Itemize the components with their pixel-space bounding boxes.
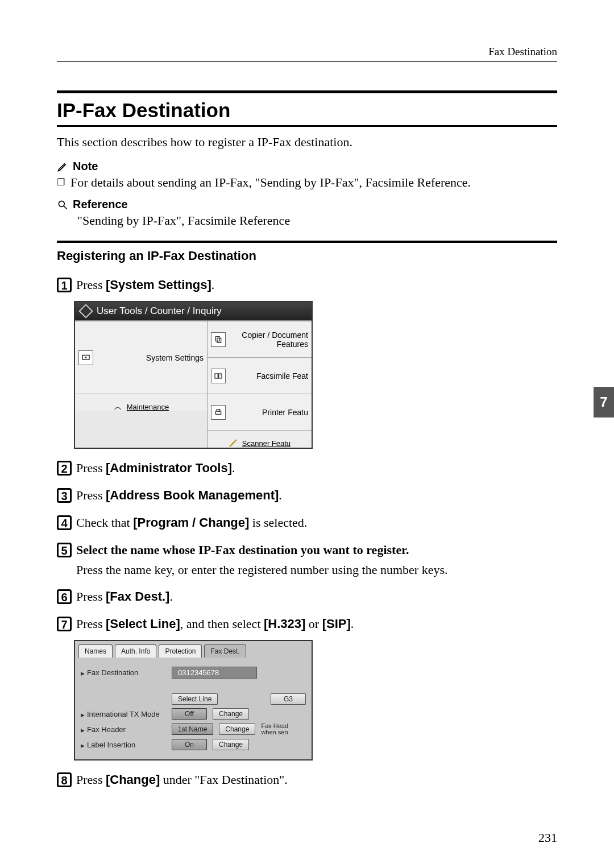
- svg-rect-7: [219, 374, 222, 378]
- fax-header-side-text: Fax Head when sen: [261, 723, 293, 735]
- step-5-line: Select the name whose IP-Fax destination…: [76, 543, 409, 557]
- printer-features-button[interactable]: Printer Featu: [208, 394, 312, 431]
- diamond-icon: [78, 304, 93, 318]
- step-8-post: under "Fax Destination".: [160, 772, 287, 787]
- maintenance-label: Maintenance: [127, 403, 169, 411]
- step-1-pre: Press: [76, 278, 106, 292]
- tab-auth-info[interactable]: Auth. Info: [115, 644, 156, 658]
- maintenance-button[interactable]: Maintenance: [75, 394, 207, 411]
- g3-button[interactable]: G3: [271, 693, 306, 705]
- tab-names[interactable]: Names: [78, 644, 113, 658]
- screenshot1-titlebar: User Tools / Counter / Inquiry: [75, 302, 312, 320]
- step-number-icon: 3: [57, 488, 72, 503]
- printer-label: Printer Featu: [231, 408, 308, 417]
- system-settings-button[interactable]: System Settings: [75, 321, 207, 394]
- step-7-b2: [H.323]: [264, 617, 305, 631]
- svg-rect-6: [215, 374, 218, 378]
- svg-rect-5: [217, 338, 221, 342]
- svg-rect-9: [215, 411, 221, 414]
- step-number-icon: 6: [57, 589, 72, 604]
- svg-point-3: [85, 356, 87, 358]
- chapter-tab: 7: [594, 387, 614, 418]
- step-8-pre: Press: [76, 772, 106, 787]
- facsimile-features-button[interactable]: Facsimile Feat: [208, 358, 312, 394]
- svg-point-8: [220, 375, 221, 375]
- copier-icon: [211, 332, 226, 347]
- system-settings-icon: [78, 350, 93, 365]
- step-7-pre: Press: [76, 617, 106, 631]
- copier-features-button[interactable]: Copier / Document Features: [208, 321, 312, 358]
- page-title: IP-Fax Destination: [57, 99, 557, 122]
- step-1-bold: [System Settings]: [106, 278, 211, 292]
- bullet-icon: ❐: [57, 175, 65, 190]
- step-8-bold: [Change]: [106, 772, 160, 787]
- printer-icon: [211, 405, 226, 420]
- step-2-bold: [Administrator Tools]: [106, 461, 232, 475]
- step-number-icon: 2: [57, 461, 72, 476]
- reference-text: "Sending by IP-Fax", Facsimile Reference: [77, 213, 557, 228]
- copier-label: Copier / Document Features: [231, 330, 308, 349]
- intl-tx-mode-label: International TX Mode: [81, 710, 166, 718]
- fax-header-change-button[interactable]: Change: [219, 724, 255, 735]
- step-7-b1: [Select Line]: [106, 617, 180, 631]
- svg-rect-10: [217, 409, 219, 411]
- step-7-post: .: [351, 617, 354, 631]
- rule-under-title: [57, 125, 557, 127]
- svg-line-1: [64, 206, 67, 209]
- step-4-post: is selected.: [249, 515, 307, 530]
- step-6-post: .: [169, 589, 173, 604]
- step-4-pre: Check that: [76, 515, 133, 530]
- fax-icon: [211, 369, 226, 383]
- pencil-icon: [57, 161, 68, 172]
- svg-point-0: [59, 201, 64, 206]
- note-label: Note: [73, 160, 98, 173]
- step-4-bold: [Program / Change]: [133, 515, 249, 530]
- step-7: 7 Press [Select Line], and then select […: [57, 616, 557, 632]
- rule-subheading: [57, 241, 557, 243]
- step-7-mid2: or: [305, 617, 322, 631]
- step-6-bold: [Fax Dest.]: [106, 589, 169, 604]
- step-number-icon: 5: [57, 543, 72, 557]
- fax-header-label: Fax Header: [81, 725, 166, 734]
- fax-destination-label: Fax Destination: [81, 668, 166, 677]
- step-number-icon: 4: [57, 515, 72, 530]
- tab-protection[interactable]: Protection: [159, 644, 202, 658]
- step-6: 6 Press [Fax Dest.].: [57, 589, 557, 605]
- screenshot1-title-text: User Tools / Counter / Inquiry: [97, 305, 222, 317]
- maintenance-icon: [113, 402, 122, 411]
- step-number-icon: 7: [57, 617, 72, 631]
- label-insertion-change-button[interactable]: Change: [213, 739, 249, 750]
- step-8: 8 Press [Change] under "Fax Destination"…: [57, 772, 557, 788]
- intl-change-button[interactable]: Change: [213, 708, 249, 720]
- step-4: 4 Check that [Program / Change] is selec…: [57, 515, 557, 531]
- step-5-subtext: Press the name key, or enter the registe…: [76, 563, 557, 577]
- running-header: Fax Destination: [57, 46, 557, 61]
- magnifier-icon: [57, 199, 68, 210]
- step-7-b3: [SIP]: [322, 617, 351, 631]
- step-3-pre: Press: [76, 488, 106, 502]
- step-1: 1 Press [System Settings].: [57, 277, 557, 293]
- intl-off-button[interactable]: Off: [172, 708, 207, 720]
- step-number-icon: 8: [57, 772, 72, 787]
- step-3: 3 Press [Address Book Management].: [57, 487, 557, 503]
- system-settings-label: System Settings: [99, 353, 204, 362]
- step-7-mid: , and then select: [180, 617, 264, 631]
- scanner-label: Scanner Featu: [242, 439, 291, 448]
- step-3-post: .: [279, 488, 282, 502]
- note-text: For details about sending an IP-Fax, "Se…: [70, 175, 471, 190]
- step-3-bold: [Address Book Management]: [106, 488, 279, 502]
- scanner-features-button[interactable]: Scanner Featu: [208, 431, 312, 448]
- fax-destination-value: 0312345678: [172, 667, 257, 679]
- step-2-post: .: [232, 461, 235, 475]
- fax-header-firstname-button[interactable]: 1st Name: [172, 724, 213, 735]
- step-5: 5 Select the name whose IP-Fax destinati…: [57, 542, 557, 558]
- screenshot-user-tools: User Tools / Counter / Inquiry System Se…: [74, 301, 313, 449]
- select-line-button[interactable]: Select Line: [172, 693, 218, 705]
- step-2-pre: Press: [76, 461, 106, 475]
- tab-fax-dest[interactable]: Fax Dest.: [204, 644, 246, 658]
- label-insertion-on-button[interactable]: On: [172, 739, 207, 750]
- step-2: 2 Press [Administrator Tools].: [57, 460, 557, 476]
- rule-top: [57, 90, 557, 93]
- label-insertion-label: Label Insertion: [81, 741, 166, 749]
- facsimile-label: Facsimile Feat: [231, 371, 308, 381]
